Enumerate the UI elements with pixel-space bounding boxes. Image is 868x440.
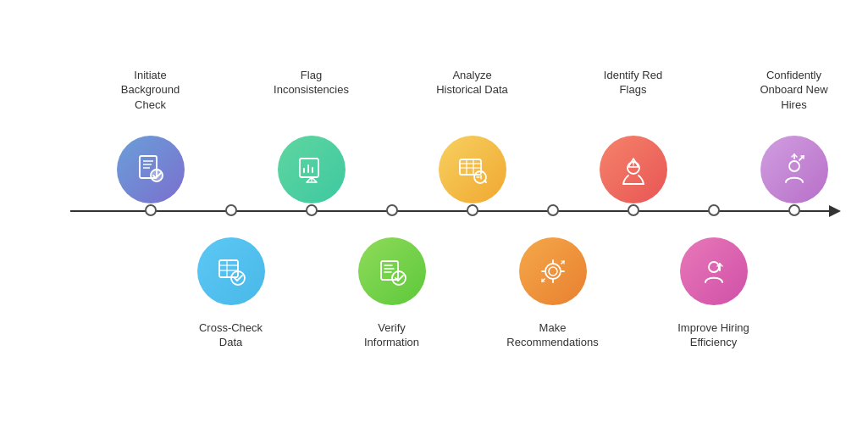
circle-crosscheck (197, 237, 265, 305)
label-flag: FlagInconsistencies (261, 68, 362, 97)
label-efficiency: Improve HiringEfficiency (663, 320, 765, 350)
label-recommend: MakeRecommendations (502, 320, 604, 350)
circle-recommend (519, 237, 587, 305)
svg-point-42 (392, 271, 406, 285)
process-diagram: InitiateBackgroundCheck FlagInconsistenc… (19, 25, 849, 415)
dot-8 (708, 204, 720, 216)
circle-analyze (439, 136, 506, 203)
circle-flag (278, 136, 346, 203)
circle-identify (600, 136, 667, 203)
circle-initiate (117, 136, 185, 203)
svg-point-26 (789, 161, 799, 171)
svg-point-25 (633, 165, 634, 167)
dot-2 (225, 204, 237, 216)
svg-rect-38 (381, 261, 398, 280)
svg-point-55 (709, 262, 719, 272)
svg-point-43 (545, 264, 561, 279)
dot-5 (467, 204, 478, 216)
svg-rect-33 (219, 260, 238, 277)
label-identify: Identify RedFlags (583, 68, 684, 97)
circle-efficiency (680, 237, 748, 305)
dot-6 (547, 204, 559, 216)
dot-3 (306, 204, 318, 216)
svg-line-21 (484, 181, 486, 182)
circle-onboard (760, 136, 828, 203)
dot-4 (386, 204, 398, 216)
label-onboard: ConfidentlyOnboard NewHires (744, 68, 845, 113)
dot-9 (788, 204, 800, 216)
label-crosscheck: Cross-CheckData (180, 320, 282, 350)
label-initiate: InitiateBackgroundCheck (100, 68, 202, 113)
dot-1 (145, 204, 157, 216)
svg-point-44 (549, 267, 557, 276)
circle-verify (358, 237, 426, 305)
label-analyze: AnalyzeHistorical Data (422, 68, 523, 97)
svg-point-4 (150, 169, 163, 182)
dot-7 (628, 204, 639, 216)
label-verify: VerifyInformation (341, 320, 443, 350)
svg-point-12 (311, 181, 312, 182)
